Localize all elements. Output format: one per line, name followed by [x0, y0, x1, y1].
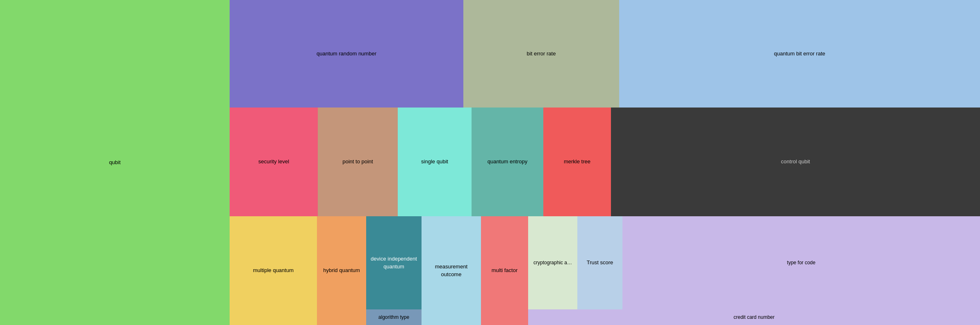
cell-security-level-label: security level: [258, 158, 289, 165]
cell-algorithm-type-left[interactable]: algorithm type: [366, 309, 422, 325]
cell-bit-error-rate[interactable]: bit error rate: [463, 0, 619, 108]
cell-control-qubit[interactable]: control qubit: [611, 108, 980, 216]
cell-trust-score[interactable]: Trust score: [577, 216, 622, 309]
cell-credit-card-number-label: credit card number: [734, 314, 775, 321]
right-bottom-top: cryptographic a… Trust score type for co…: [528, 216, 980, 309]
cell-algorithm-type-label: algorithm type: [378, 314, 409, 321]
cell-single-qubit-label: single qubit: [421, 158, 448, 165]
cell-measurement-outcome[interactable]: measurement outcome: [422, 216, 481, 325]
device-independent-section: device independent quantum algorithm typ…: [366, 216, 422, 325]
cell-quantum-entropy-label: quantum entropy: [488, 158, 528, 165]
cell-quantum-random-label: quantum random number: [317, 50, 376, 57]
cell-quantum-bit-error-rate[interactable]: quantum bit error rate: [619, 0, 980, 108]
right-section: quantum random number bit error rate qua…: [230, 0, 980, 325]
cell-merkle-tree-label: merkle tree: [564, 158, 590, 165]
treemap: qubit quantum random number bit error ra…: [0, 0, 980, 325]
cell-cryptographic-label: cryptographic a…: [533, 259, 572, 266]
middle-row: security level point to point single qub…: [230, 108, 980, 216]
cell-qubit-label: qubit: [109, 159, 121, 166]
cell-multiple-quantum-label: multiple quantum: [253, 267, 294, 274]
top-row: quantum random number bit error rate qua…: [230, 0, 980, 108]
cell-qubit[interactable]: qubit: [0, 0, 230, 325]
cell-point-to-point-label: point to point: [342, 158, 373, 165]
cell-quantum-random[interactable]: quantum random number: [230, 0, 463, 108]
right-bottom-bottom: credit card number: [528, 309, 980, 325]
cell-hybrid-quantum[interactable]: hybrid quantum: [317, 216, 366, 325]
cell-quantum-bit-error-rate-label: quantum bit error rate: [774, 50, 825, 57]
cell-multiple-quantum[interactable]: multiple quantum: [230, 216, 317, 325]
right-bottom-section: cryptographic a… Trust score type for co…: [528, 216, 980, 325]
cell-merkle-tree[interactable]: merkle tree: [543, 108, 611, 216]
cell-type-for-code[interactable]: type for code: [622, 216, 980, 309]
cell-quantum-entropy[interactable]: quantum entropy: [472, 108, 543, 216]
cell-cryptographic[interactable]: cryptographic a…: [528, 216, 577, 309]
cell-multi-factor[interactable]: multi factor: [481, 216, 528, 325]
cell-security-level[interactable]: security level: [230, 108, 318, 216]
bottom-row: multiple quantum hybrid quantum device i…: [230, 216, 980, 325]
cell-single-qubit[interactable]: single qubit: [398, 108, 472, 216]
cell-hybrid-quantum-label: hybrid quantum: [323, 267, 360, 274]
cell-device-independent-label: device independent quantum: [369, 255, 418, 270]
cell-control-qubit-label: control qubit: [781, 158, 810, 165]
cell-device-independent[interactable]: device independent quantum: [366, 216, 422, 309]
cell-point-to-point[interactable]: point to point: [318, 108, 398, 216]
cell-bit-error-rate-label: bit error rate: [527, 50, 556, 57]
cell-multi-factor-label: multi factor: [492, 267, 518, 274]
cell-type-for-code-label: type for code: [787, 259, 815, 266]
cell-trust-score-label: Trust score: [587, 259, 613, 266]
cell-credit-card-number[interactable]: credit card number: [528, 309, 980, 325]
cell-measurement-outcome-label: measurement outcome: [425, 263, 478, 278]
